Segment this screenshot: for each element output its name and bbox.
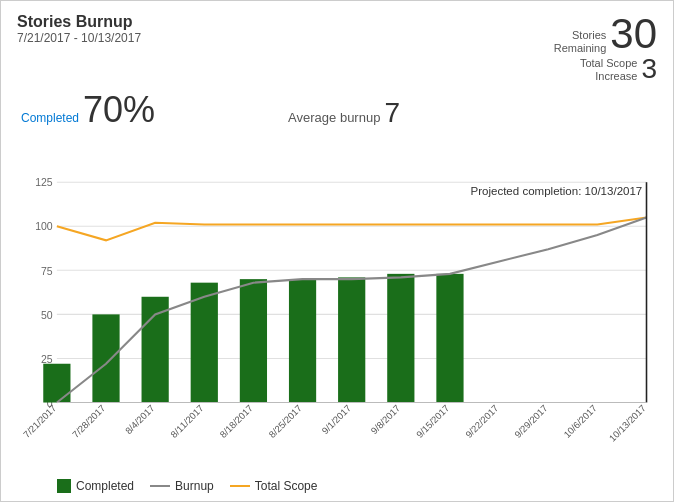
chart-subtitle: 7/21/2017 - 10/13/2017 — [17, 31, 141, 45]
main-container: Stories Burnup 7/21/2017 - 10/13/2017 St… — [0, 0, 674, 502]
stories-remaining-label: StoriesRemaining — [554, 29, 607, 55]
legend-burnup-icon — [150, 485, 170, 487]
svg-rect-18 — [338, 277, 365, 402]
svg-text:10/13/2017: 10/13/2017 — [607, 402, 648, 443]
svg-text:8/11/2017: 8/11/2017 — [168, 402, 205, 439]
svg-text:9/22/2017: 9/22/2017 — [463, 402, 500, 439]
svg-text:Projected completion: 10/13/20: Projected completion: 10/13/2017 — [470, 185, 642, 197]
svg-text:10/6/2017: 10/6/2017 — [561, 402, 598, 439]
completed-value: 70% — [83, 89, 155, 131]
header-left: Stories Burnup 7/21/2017 - 10/13/2017 — [17, 13, 141, 45]
legend: Completed Burnup Total Scope — [17, 479, 657, 493]
svg-text:7/21/2017: 7/21/2017 — [21, 402, 58, 439]
chart-area: 0255075100125Projected completion: 10/13… — [17, 139, 657, 473]
svg-text:9/29/2017: 9/29/2017 — [512, 402, 549, 439]
svg-text:9/8/2017: 9/8/2017 — [368, 402, 402, 436]
burnup-label: Average burnup — [288, 110, 380, 125]
stories-remaining-value: 30 — [610, 13, 657, 55]
svg-rect-13 — [92, 314, 119, 402]
total-scope-increase: Total ScopeIncrease 3 — [580, 55, 657, 83]
legend-completed-label: Completed — [76, 479, 134, 493]
svg-text:8/18/2017: 8/18/2017 — [217, 402, 254, 439]
total-scope-value: 3 — [641, 55, 657, 83]
svg-rect-14 — [142, 297, 169, 403]
svg-rect-12 — [43, 364, 70, 403]
legend-scope-icon — [230, 485, 250, 487]
svg-text:8/4/2017: 8/4/2017 — [123, 402, 157, 436]
chart-svg: 0255075100125Projected completion: 10/13… — [17, 139, 657, 473]
svg-rect-17 — [289, 279, 316, 402]
svg-text:100: 100 — [35, 221, 53, 232]
legend-completed: Completed — [57, 479, 134, 493]
total-scope-label: Total ScopeIncrease — [580, 57, 637, 83]
svg-text:75: 75 — [41, 266, 53, 277]
svg-text:9/1/2017: 9/1/2017 — [319, 402, 353, 436]
legend-scope-label: Total Scope — [255, 479, 318, 493]
svg-text:9/15/2017: 9/15/2017 — [414, 402, 451, 439]
chart-title: Stories Burnup — [17, 13, 141, 31]
legend-completed-icon — [57, 479, 71, 493]
svg-text:125: 125 — [35, 177, 53, 188]
header-right: StoriesRemaining 30 Total ScopeIncrease … — [554, 13, 657, 83]
stat-completed: Completed 70% — [21, 89, 155, 131]
burnup-value: 7 — [384, 97, 400, 129]
svg-text:7/28/2017: 7/28/2017 — [70, 402, 107, 439]
legend-burnup: Burnup — [150, 479, 214, 493]
svg-rect-16 — [240, 279, 267, 402]
legend-scope: Total Scope — [230, 479, 318, 493]
completed-label: Completed — [21, 111, 79, 125]
stories-remaining: StoriesRemaining 30 — [554, 13, 657, 55]
svg-rect-19 — [387, 274, 414, 403]
legend-burnup-label: Burnup — [175, 479, 214, 493]
svg-text:8/25/2017: 8/25/2017 — [266, 402, 303, 439]
stats-row: Completed 70% Average burnup 7 — [17, 89, 657, 131]
stat-burnup: Average burnup 7 — [288, 97, 400, 129]
svg-rect-20 — [436, 274, 463, 403]
svg-text:25: 25 — [41, 354, 53, 365]
header: Stories Burnup 7/21/2017 - 10/13/2017 St… — [17, 13, 657, 83]
svg-text:50: 50 — [41, 310, 53, 321]
